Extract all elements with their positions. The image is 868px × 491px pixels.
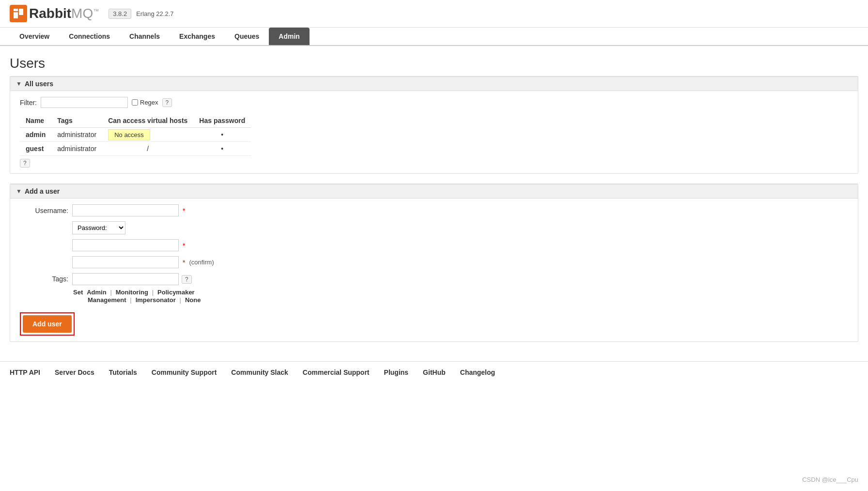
password-confirm-input[interactable] [72, 256, 179, 268]
tags-input[interactable] [72, 273, 179, 285]
add-user-header: ▼ Add a user [10, 184, 858, 199]
main-nav: Overview Connections Channels Exchanges … [0, 28, 868, 46]
footer-commercial-support[interactable]: Commercial Support [303, 368, 370, 376]
all-users-title: All users [25, 80, 53, 88]
filter-input[interactable] [41, 97, 128, 108]
tag-set-links: Set Admin | Monitoring | Policymaker Man… [73, 288, 201, 304]
tag-management[interactable]: Management [88, 296, 126, 304]
table-help-btn[interactable]: ? [20, 159, 30, 168]
page-title: Users [10, 56, 858, 71]
logo: RabbitMQ™ [10, 5, 99, 22]
footer-plugins[interactable]: Plugins [384, 368, 409, 376]
confirm-text: (confirm) [189, 259, 214, 266]
svg-rect-0 [14, 12, 18, 18]
tag-impersonator[interactable]: Impersonator [136, 296, 176, 304]
regex-label: Regex [140, 99, 158, 106]
svg-rect-1 [19, 9, 23, 15]
add-user-arrow: ▼ [16, 188, 22, 195]
password-required: * [183, 242, 185, 249]
password-confirm-required: * [183, 259, 185, 266]
username-input[interactable] [72, 204, 179, 216]
nav-admin[interactable]: Admin [269, 28, 310, 45]
filter-label: Filter: [20, 99, 37, 107]
add-user-button[interactable]: Add user [23, 315, 72, 333]
version-badge: 3.8.2 [108, 9, 131, 19]
users-table: Name Tags Can access virtual hosts Has p… [20, 114, 251, 156]
regex-checkbox-label[interactable]: Regex [132, 99, 158, 106]
col-password: Has password [193, 114, 251, 128]
footer-community-support[interactable]: Community Support [152, 368, 217, 376]
tag-policymaker[interactable]: Policymaker [157, 289, 195, 296]
nav-channels[interactable]: Channels [120, 28, 170, 45]
user-name-guest[interactable]: guest [20, 142, 51, 156]
svg-rect-2 [14, 9, 18, 11]
user-vhosts-admin: No access [102, 128, 193, 142]
col-vhosts: Can access virtual hosts [102, 114, 193, 128]
tag-none[interactable]: None [185, 296, 201, 304]
col-name: Name [20, 114, 51, 128]
add-user-section: ▼ Add a user Username: * Password: No pa… [10, 184, 858, 342]
password-confirm-row: * (confirm) [20, 256, 848, 268]
nav-overview[interactable]: Overview [10, 28, 59, 45]
table-row[interactable]: admin administrator No access • [20, 128, 251, 142]
tags-input-group: ? Set Admin | Monitoring | Policymaker M… [72, 273, 201, 304]
erlang-badge: Erlang 22.2.7 [136, 10, 173, 17]
footer-changelog[interactable]: Changelog [460, 368, 495, 376]
tags-help-btn[interactable]: ? [182, 275, 192, 284]
filter-help-btn[interactable]: ? [162, 98, 172, 107]
table-row[interactable]: guest administrator / • [20, 142, 251, 156]
table-header-row: Name Tags Can access virtual hosts Has p… [20, 114, 251, 128]
all-users-arrow: ▼ [16, 80, 22, 87]
tags-label: Tags: [20, 275, 68, 283]
main-content: Users ▼ All users Filter: Regex ? Name [0, 46, 868, 361]
filter-row: Filter: Regex ? [20, 97, 848, 108]
nav-queues[interactable]: Queues [225, 28, 269, 45]
footer-community-slack[interactable]: Community Slack [231, 368, 288, 376]
logo-text: RabbitMQ™ [29, 6, 99, 21]
footer-http-api[interactable]: HTTP API [10, 368, 40, 376]
add-user-title: Add a user [25, 187, 60, 195]
tag-admin[interactable]: Admin [87, 289, 106, 296]
no-access-badge: No access [108, 129, 150, 140]
all-users-section: ▼ All users Filter: Regex ? Name Tags Ca… [10, 76, 858, 174]
regex-checkbox[interactable] [132, 99, 138, 106]
all-users-header: ▼ All users [10, 77, 858, 91]
footer: HTTP API Server Docs Tutorials Community… [0, 361, 868, 383]
nav-connections[interactable]: Connections [59, 28, 120, 45]
add-user-body: Username: * Password: No password * [10, 199, 858, 341]
tag-monitoring[interactable]: Monitoring [116, 289, 148, 296]
tags-row: Tags: ? Set Admin | Monitoring | Policym… [20, 273, 848, 304]
user-name-admin[interactable]: admin [20, 128, 51, 142]
user-vhosts-guest: / [102, 142, 193, 156]
footer-tutorials[interactable]: Tutorials [109, 368, 137, 376]
add-user-btn-wrapper: Add user [20, 312, 75, 336]
all-users-body: Filter: Regex ? Name Tags Can access vir… [10, 91, 858, 173]
set-label: Set [73, 289, 83, 296]
user-tags-guest: administrator [51, 142, 102, 156]
user-password-guest: • [193, 142, 251, 156]
header: RabbitMQ™ 3.8.2 Erlang 22.2.7 [0, 0, 868, 28]
username-required: * [183, 207, 185, 215]
username-row: Username: * [20, 204, 848, 216]
rabbitmq-logo-icon [10, 5, 27, 22]
footer-github[interactable]: GitHub [423, 368, 446, 376]
nav-exchanges[interactable]: Exchanges [170, 28, 225, 45]
password-row: * [20, 239, 848, 251]
user-tags-admin: administrator [51, 128, 102, 142]
password-type-row: Password: No password [20, 221, 848, 234]
username-label: Username: [20, 207, 68, 215]
tag-row2: Management | Impersonator | None [88, 296, 201, 304]
password-input[interactable] [72, 239, 179, 251]
footer-server-docs[interactable]: Server Docs [55, 368, 94, 376]
col-tags: Tags [51, 114, 102, 128]
user-password-admin: • [193, 128, 251, 142]
password-type-select[interactable]: Password: No password [72, 221, 125, 234]
